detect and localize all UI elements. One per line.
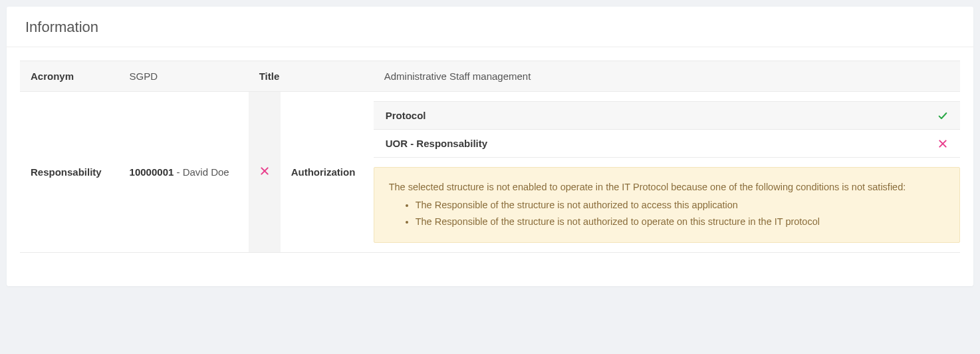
uor-label: UOR - Responsability — [386, 138, 487, 149]
panel-title: Information — [25, 19, 955, 36]
alert-reason: The Responsible of the structure is not … — [416, 198, 945, 213]
protocol-label: Protocol — [386, 110, 426, 121]
alert-reason: The Responsible of the structure is not … — [416, 214, 945, 230]
header-row: Acronym SGPD Title Administrative Staff … — [20, 61, 960, 92]
times-icon — [259, 166, 270, 176]
information-panel: Information Acronym SGPD Title Administr… — [7, 7, 973, 286]
info-table: Acronym SGPD Title Administrative Staff … — [20, 61, 960, 253]
times-icon — [937, 138, 948, 149]
responsibility-label: Responsability — [20, 92, 119, 253]
panel-header: Information — [7, 7, 973, 47]
title-value: Administrative Staff management — [374, 61, 960, 92]
authorization-content: Protocol UOR - Responsability The select… — [374, 92, 960, 253]
title-label: Title — [249, 61, 374, 92]
authorization-inner: Protocol UOR - Responsability The select… — [374, 101, 960, 243]
alert-reasons-list: The Responsible of the structure is not … — [389, 198, 945, 230]
responsibility-value: 10000001 - David Doe — [119, 92, 249, 253]
responsibility-id: 10000001 — [130, 166, 174, 178]
alert-intro: The selected structure is not enabled to… — [389, 180, 945, 195]
authorization-alert: The selected structure is not enabled to… — [374, 167, 960, 243]
acronym-label: Acronym — [20, 61, 119, 92]
responsibility-status-cell — [249, 92, 281, 253]
protocol-row: Protocol — [374, 101, 960, 130]
responsibility-row: Responsability 10000001 - David Doe Auth… — [20, 92, 960, 253]
responsibility-name: David Doe — [183, 166, 229, 178]
uor-row: UOR - Responsability — [374, 130, 960, 158]
responsibility-separator: - — [174, 166, 182, 178]
check-icon — [937, 110, 948, 121]
acronym-value: SGPD — [119, 61, 249, 92]
authorization-label: Authorization — [281, 92, 374, 253]
